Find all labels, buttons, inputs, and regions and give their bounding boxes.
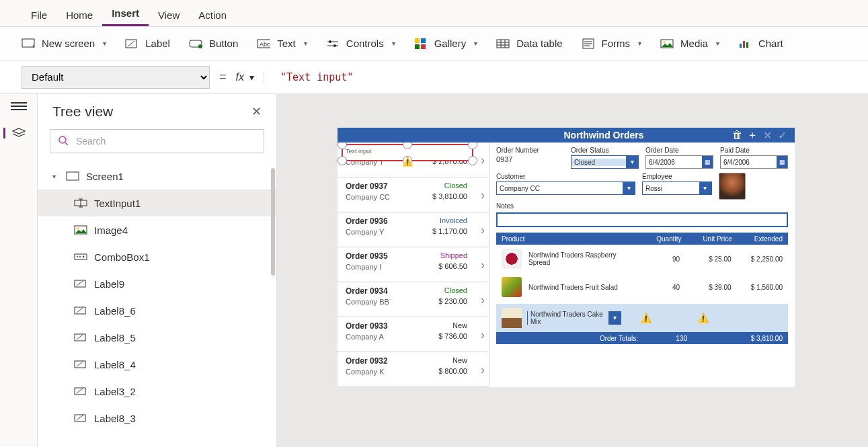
tree-search-input[interactable]: Search: [50, 129, 264, 153]
datatable-button[interactable]: Data table: [496, 38, 562, 50]
label-icon: [74, 413, 87, 423]
menu-file[interactable]: File: [22, 5, 56, 26]
close-icon[interactable]: ✕: [251, 104, 262, 119]
customer-label: Customer: [496, 173, 635, 180]
text-icon: Abc: [257, 38, 270, 50]
product-price: $ 39.00: [684, 284, 731, 291]
col-product: Product: [502, 235, 637, 243]
chevron-down-icon: ▾: [699, 182, 711, 194]
menu-view[interactable]: View: [149, 5, 189, 26]
ribbon-media-label: Media: [680, 38, 708, 49]
order-row[interactable]: Order 0937Company CCClosed$ 3,810.00›: [338, 177, 489, 212]
line-item[interactable]: Northwind Traders Raspberry Spread90$ 25…: [496, 245, 788, 273]
svg-point-4: [198, 44, 202, 48]
notes-input[interactable]: [496, 212, 788, 227]
col-ext: Extended: [732, 235, 783, 243]
tree-node-screen[interactable]: ▾ Screen1: [38, 163, 276, 190]
label-icon: [74, 359, 87, 370]
treeview-rail-icon[interactable]: [3, 128, 26, 138]
svg-point-20: [59, 136, 66, 143]
svg-rect-13: [497, 40, 509, 48]
forms-button[interactable]: Forms ▾: [582, 38, 642, 50]
tree-node-label8-4[interactable]: Label8_4: [38, 351, 276, 378]
label-icon: [74, 332, 87, 343]
line-item[interactable]: Northwind Traders Fruit Salad40$ 39.00$ …: [496, 273, 788, 301]
property-select[interactable]: Default: [22, 66, 210, 89]
chevron-down-icon[interactable]: ▾: [249, 72, 254, 83]
chevron-right-icon: ›: [481, 363, 485, 377]
label-icon: [74, 305, 87, 316]
tree-node-label8-5[interactable]: Label8_5: [38, 324, 276, 351]
new-product-combo[interactable]: Northwind Traders Cake Mix▾: [527, 311, 621, 325]
hamburger-icon[interactable]: [11, 102, 27, 114]
svg-rect-33: [75, 415, 85, 421]
notes-label: Notes: [496, 202, 788, 210]
cancel-icon[interactable]: ✕: [760, 129, 775, 142]
order-row[interactable]: Order 0932Company KNew$ 800.00›: [338, 352, 489, 387]
chevron-down-icon: ▾: [623, 182, 635, 194]
text-button[interactable]: Abc Text ▾: [257, 38, 307, 50]
tree-node-combobox1[interactable]: ComboBox1: [38, 243, 276, 270]
trash-icon[interactable]: 🗑: [730, 129, 745, 141]
tree-node-label8-6[interactable]: Label8_6: [38, 297, 276, 324]
controls-button[interactable]: Controls ▾: [326, 38, 395, 50]
chevron-right-icon: ›: [481, 293, 485, 307]
order-form: Order Number0937 Order StatusClosed▾ Ord…: [489, 143, 795, 387]
chart-icon: [738, 38, 752, 50]
order-status-combo[interactable]: Closed▾: [571, 155, 639, 169]
employee-avatar: [719, 173, 746, 200]
calendar-icon: ▦: [777, 156, 787, 168]
selection-handles[interactable]: Text input ⚠️: [342, 144, 473, 161]
canvas[interactable]: Northwind Orders 🗑 ＋ ✕ ✓ Order 0938Compa…: [277, 94, 868, 447]
tree-node-label3-2[interactable]: Label3_2: [38, 378, 276, 405]
order-row[interactable]: Order 0933Company ANew$ 736.00›: [338, 317, 489, 352]
new-screen-button[interactable]: + New screen ▾: [22, 38, 106, 50]
menu-bar: File Home Insert View Action: [0, 0, 868, 27]
order-row[interactable]: Order 0936Company YInvoiced$ 1,170.00›: [338, 212, 489, 247]
formula-input[interactable]: "Text input": [274, 71, 846, 83]
media-button[interactable]: Media ▾: [660, 38, 719, 50]
menu-action[interactable]: Action: [189, 5, 236, 26]
combo-value: Company CC: [497, 185, 623, 192]
paid-date-input[interactable]: 6/4/2006▦: [720, 155, 788, 169]
product-qty: 40: [638, 284, 680, 291]
orders-gallery[interactable]: Order 0938Company TInvoiced$ 2,870.00› O…: [338, 143, 489, 387]
order-row[interactable]: Order 0934Company BBClosed$ 230.00›: [338, 282, 489, 317]
chevron-right-icon: ›: [481, 188, 485, 202]
order-date-input[interactable]: 6/4/2006▦: [645, 155, 713, 169]
tree-node-label8-3[interactable]: Label8_3: [38, 405, 276, 432]
date-value: 6/4/2006: [721, 159, 777, 166]
svg-rect-11: [415, 44, 420, 49]
customer-combo[interactable]: Company CC▾: [496, 181, 635, 195]
employee-combo[interactable]: Rossi▾: [642, 181, 712, 195]
add-icon[interactable]: ＋: [745, 128, 760, 143]
svg-rect-9: [415, 38, 420, 43]
scrollbar[interactable]: [271, 168, 275, 276]
new-line-item[interactable]: Northwind Traders Cake Mix▾ ⚠️ ⚠️: [496, 304, 788, 332]
svg-rect-32: [75, 388, 85, 395]
menu-home[interactable]: Home: [56, 5, 102, 26]
svg-rect-21: [67, 172, 79, 180]
forms-icon: [582, 38, 595, 50]
button-button[interactable]: Button: [189, 38, 238, 50]
fx-icon[interactable]: fx: [236, 71, 244, 83]
svg-point-8: [333, 44, 336, 47]
tree-list: ▾ Screen1 TextInput1 Image4 ComboBox1 La…: [38, 163, 276, 447]
tree-node-textinput1[interactable]: TextInput1: [38, 190, 276, 216]
tree-node-label: TextInput1: [94, 198, 141, 209]
gallery-button[interactable]: Gallery ▾: [414, 38, 478, 50]
order-date-label: Order Date: [645, 147, 713, 154]
tree-node-label9[interactable]: Label9: [38, 270, 276, 297]
chevron-down-icon: ▾: [304, 40, 307, 47]
chevron-down-icon: ▾: [716, 40, 719, 47]
equals-sign: =: [219, 70, 227, 84]
chart-button[interactable]: Chart: [738, 38, 783, 50]
controls-icon: [326, 38, 340, 50]
save-icon[interactable]: ✓: [775, 129, 789, 142]
order-row[interactable]: Order 0935Company IShipped$ 606.50›: [338, 247, 489, 282]
label-button[interactable]: Label: [125, 38, 170, 50]
combo-value: Closed: [571, 159, 626, 166]
menu-insert[interactable]: Insert: [102, 3, 149, 26]
tree-node-label: Label9: [94, 278, 124, 290]
tree-node-image4[interactable]: Image4: [38, 216, 276, 243]
